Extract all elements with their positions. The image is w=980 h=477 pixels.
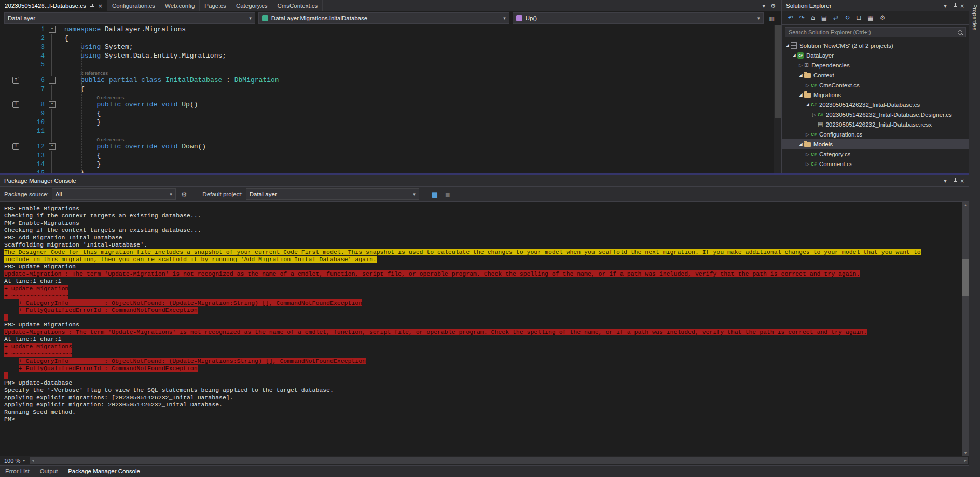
console-scrollbar[interactable]: ▴ ▾ xyxy=(962,202,969,456)
editor-scrollbar-thumb[interactable] xyxy=(775,25,781,118)
console-line: Running Seed method. xyxy=(4,408,961,416)
console-scrollbar-thumb[interactable] xyxy=(962,259,969,296)
tree-item[interactable]: ▷⊞Dependencies xyxy=(782,60,969,70)
tree-item[interactable]: ◢Context xyxy=(782,70,969,80)
project-dropdown[interactable]: DataLayer ▾ xyxy=(4,12,255,24)
inheritance-margin-icon[interactable]: ↑ xyxy=(12,101,19,108)
solution-explorer-titlebar: Solution Explorer ▾× xyxy=(782,0,969,11)
line-number: 15 xyxy=(25,169,45,173)
tree-item[interactable]: ▷C#Comment.cs xyxy=(782,159,969,169)
tree-item[interactable]: ◢C#202305051426232_Inital-Database.cs xyxy=(782,100,969,110)
pin-icon[interactable] xyxy=(90,3,94,8)
forward-icon[interactable]: ↷ xyxy=(796,14,808,21)
codelens-references[interactable]: 0 references xyxy=(96,94,124,100)
scrollbar-right-arrow-icon[interactable]: ▸ xyxy=(964,458,967,463)
close-icon[interactable]: × xyxy=(958,3,967,9)
expand-arrow-icon[interactable]: ◢ xyxy=(797,142,804,146)
refresh-icon[interactable]: ↻ xyxy=(841,14,853,21)
home-icon[interactable]: ⌂ xyxy=(808,14,818,21)
window-position-icon[interactable]: ▾ xyxy=(942,178,949,184)
expand-arrow-icon[interactable]: ▷ xyxy=(804,83,811,88)
window-position-icon[interactable]: ▾ xyxy=(942,3,949,9)
inheritance-margin-icon[interactable]: ↑ xyxy=(12,143,19,150)
editor-scrollbar[interactable] xyxy=(774,25,781,173)
tree-item-label: Migrations xyxy=(813,92,841,98)
expand-arrow-icon[interactable]: ◢ xyxy=(804,102,811,107)
fold-toggle-icon[interactable]: - xyxy=(49,101,56,108)
panel-tab[interactable]: Output xyxy=(35,466,63,477)
inheritance-margin-icon[interactable]: ↑ xyxy=(12,77,19,84)
codelens-references[interactable]: 2 references xyxy=(80,70,108,76)
back-icon[interactable]: ↶ xyxy=(785,14,796,21)
console-title-icons: ▾× xyxy=(942,178,967,184)
properties-tab[interactable]: Properties xyxy=(970,4,979,30)
type-dropdown[interactable]: DataLayer.Migrations.InitalDatabase ▾ xyxy=(258,12,509,24)
package-source-dropdown[interactable]: All ▾ xyxy=(52,188,176,200)
tree-item[interactable]: ◢Solution 'NewCMS' (2 of 2 projects) xyxy=(782,40,969,50)
search-icon[interactable] xyxy=(958,30,962,35)
expand-arrow-icon[interactable]: ▷ xyxy=(811,112,818,117)
editor-tab[interactable]: CmsContext.cs xyxy=(272,0,323,11)
editor-tab[interactable]: 202305051426...l-Database.cs× xyxy=(0,0,107,11)
line-number: 8 xyxy=(25,100,45,109)
scrollbar-up-arrow-icon[interactable]: ▴ xyxy=(962,202,969,207)
expand-arrow-icon[interactable]: ◢ xyxy=(791,53,797,58)
tree-item[interactable]: ▷C#Category.cs xyxy=(782,149,969,159)
editor-tab[interactable]: Configuration.cs xyxy=(107,0,160,11)
console-output[interactable]: PM> Enable-MigrationsChecking if the con… xyxy=(0,202,961,456)
close-icon[interactable]: × xyxy=(98,3,103,9)
console-line: Checking if the context targets an exist… xyxy=(4,227,961,234)
properties-icon[interactable]: ⚙ xyxy=(877,14,889,21)
expand-arrow-icon[interactable]: ▷ xyxy=(804,132,811,137)
panel-tab[interactable]: Package Manager Console xyxy=(63,466,145,477)
code-area[interactable]: 1-namespace DataLayer.Migrations2{3 usin… xyxy=(0,25,781,173)
console-line: PM> Update-Migrations xyxy=(4,321,961,329)
close-icon[interactable]: × xyxy=(958,178,967,184)
collapse-all-icon[interactable]: ⊟ xyxy=(853,14,864,21)
editor-tab[interactable]: Page.cs xyxy=(200,0,231,11)
default-project-dropdown[interactable]: DataLayer ▾ xyxy=(246,188,419,200)
code-line: 11 xyxy=(0,127,781,135)
glyph-margin xyxy=(0,25,25,34)
tree-item[interactable]: ◢C#DataLayer xyxy=(782,50,969,60)
tree-item[interactable]: ▷C#Configuration.cs xyxy=(782,129,969,139)
package-source-settings-gear-icon[interactable]: ⚙ xyxy=(179,190,189,198)
expand-arrow-icon[interactable]: ◢ xyxy=(784,43,791,48)
expand-arrow-icon[interactable]: ◢ xyxy=(797,73,804,77)
expand-arrow-icon[interactable]: ▷ xyxy=(804,161,811,167)
pin-icon[interactable] xyxy=(953,3,958,8)
zoom-control[interactable]: 100 % ▾ xyxy=(0,458,27,464)
fold-toggle-icon[interactable]: - xyxy=(49,143,56,150)
open-documents-chevron-icon[interactable]: ▾ xyxy=(760,3,768,9)
expand-arrow-icon[interactable]: ◢ xyxy=(797,92,804,97)
codelens-references[interactable]: 0 references xyxy=(96,137,124,142)
show-all-files-icon[interactable]: ▦ xyxy=(864,14,876,21)
scrollbar-down-arrow-icon[interactable]: ▾ xyxy=(962,451,969,455)
panel-tab[interactable]: Error List xyxy=(0,466,35,477)
expand-arrow-icon[interactable]: ▷ xyxy=(797,63,804,68)
folder-icon-shape xyxy=(804,73,811,78)
editor-tab[interactable]: Web.config xyxy=(160,0,200,11)
sync-with-active-document-icon[interactable]: ⇄ xyxy=(830,14,841,21)
console-horizontal-scrollbar[interactable]: ◂ ▸ xyxy=(30,457,968,464)
tree-item[interactable]: ▷C#CmsContext.cs xyxy=(782,80,969,90)
scrollbar-left-arrow-icon[interactable]: ◂ xyxy=(32,458,34,463)
tree-item[interactable]: ▤202305051426232_Inital-Database.resx xyxy=(782,119,969,129)
fold-toggle-icon[interactable]: - xyxy=(49,26,56,33)
clear-console-icon[interactable]: ▤ xyxy=(430,190,440,198)
tree-item[interactable]: ▷C#202305051426232_Inital-Database.Desig… xyxy=(782,110,969,119)
switch-views-icon[interactable]: ▤ xyxy=(818,14,830,21)
editor-tab[interactable]: Category.cs xyxy=(231,0,273,11)
member-dropdown[interactable]: Up() ▾ xyxy=(513,12,764,24)
settings-gear-icon[interactable]: ⚙ xyxy=(768,3,778,9)
search-input[interactable]: Search Solution Explorer (Ctrl+;) xyxy=(785,27,966,37)
tree-item[interactable]: ◢Migrations xyxy=(782,90,969,100)
tree-item[interactable]: ◢Models xyxy=(782,139,969,149)
expand-arrow-icon[interactable]: ▷ xyxy=(804,152,811,157)
console-output-region: PM> Enable-MigrationsChecking if the con… xyxy=(0,202,969,456)
line-number: 7 xyxy=(25,85,45,93)
fold-toggle-icon[interactable]: - xyxy=(49,77,56,84)
stop-icon[interactable]: ■ xyxy=(443,192,452,197)
pin-icon[interactable] xyxy=(953,178,958,183)
split-window-icon[interactable]: ▥ xyxy=(767,15,777,22)
